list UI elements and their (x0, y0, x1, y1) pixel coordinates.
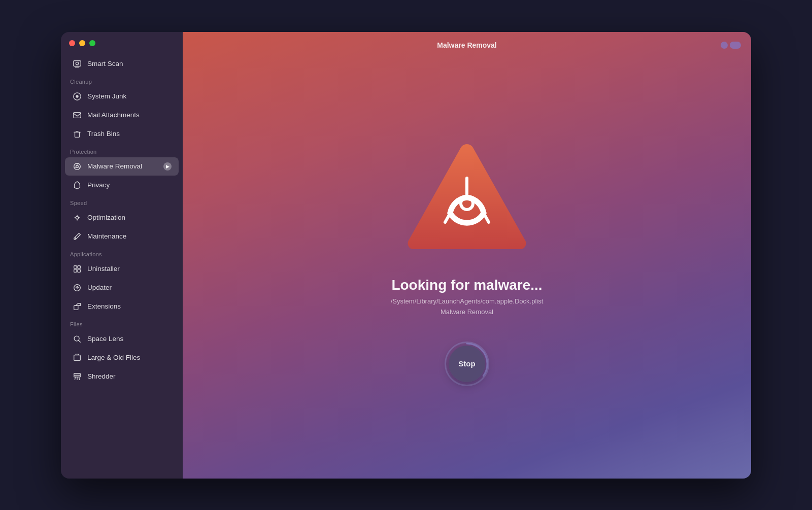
sidebar: Smart Scan CleanupSystem JunkMail Attach… (61, 32, 183, 479)
updater-label: Updater (87, 284, 112, 291)
sidebar-item-maintenance[interactable]: Maintenance (65, 227, 179, 246)
uninstaller-label: Uninstaller (87, 265, 120, 273)
sidebar-item-space-lens[interactable]: Space Lens (65, 330, 179, 348)
svg-rect-30 (74, 355, 81, 360)
system-junk-icon (72, 91, 82, 101)
scan-module-label: Malware Removal (441, 308, 493, 316)
svg-rect-26 (74, 305, 78, 310)
stop-button-container: Stop (444, 341, 490, 387)
svg-rect-35 (74, 373, 81, 375)
shredder-label: Shredder (87, 372, 116, 380)
svg-point-18 (76, 216, 78, 219)
sidebar-item-mail-attachments[interactable]: Mail Attachments (65, 106, 179, 124)
sidebar-item-uninstaller[interactable]: Uninstaller (65, 260, 179, 278)
sidebar-item-smart-scan[interactable]: Smart Scan (65, 55, 179, 73)
svg-point-4 (76, 95, 78, 97)
sidebar-section-cleanup: Cleanup (61, 74, 183, 87)
trash-bins-label: Trash Bins (87, 130, 120, 138)
minimize-button[interactable] (79, 40, 85, 46)
scan-content: Looking for malware... /System/Library/L… (183, 58, 751, 479)
app-window: Smart Scan CleanupSystem JunkMail Attach… (61, 32, 751, 479)
maintenance-icon (72, 231, 82, 242)
svg-line-29 (79, 340, 81, 342)
updater-icon (72, 283, 82, 293)
privacy-icon (72, 180, 82, 190)
maximize-button[interactable] (89, 40, 95, 46)
svg-line-34 (79, 377, 80, 379)
sidebar-item-system-junk[interactable]: System Junk (65, 87, 179, 106)
svg-rect-20 (74, 265, 77, 268)
scan-status-text: Looking for malware... (391, 277, 542, 293)
active-item-chevron: ▶ (163, 162, 172, 171)
smart-scan-icon (72, 59, 82, 69)
malware-removal-label: Malware Removal (87, 162, 142, 170)
smart-scan-label: Smart Scan (87, 60, 123, 67)
maintenance-label: Maintenance (87, 232, 126, 240)
mail-attachments-icon (72, 110, 82, 120)
sidebar-section-protection: Protection (61, 144, 183, 157)
titlebar (61, 40, 183, 54)
large-old-files-icon (72, 353, 82, 363)
svg-point-1 (76, 62, 78, 64)
optimization-icon (72, 213, 82, 223)
uninstaller-icon (72, 264, 82, 274)
system-junk-label: System Junk (87, 92, 126, 100)
svg-line-13 (75, 166, 76, 167)
sidebar-item-updater[interactable]: Updater (65, 279, 179, 297)
stop-button[interactable]: Stop (449, 346, 485, 382)
main-content: Malware Removal (183, 32, 751, 479)
sidebar-section-applications: Applications (61, 246, 183, 259)
space-lens-label: Space Lens (87, 335, 123, 343)
trash-bins-icon (72, 129, 82, 139)
sidebar-item-extensions[interactable]: Extensions (65, 297, 179, 316)
mail-attachments-label: Mail Attachments (87, 111, 140, 119)
svg-rect-21 (78, 265, 80, 268)
scan-file-path: /System/Library/LaunchAgents/com.apple.D… (391, 297, 544, 305)
sidebar-item-malware-removal[interactable]: Malware Removal▶ (65, 157, 179, 176)
svg-point-10 (76, 165, 79, 167)
main-title: Malware Removal (437, 41, 497, 49)
svg-line-12 (78, 166, 79, 167)
space-lens-icon (72, 334, 82, 344)
main-header: Malware Removal (183, 32, 751, 58)
sidebar-item-trash-bins[interactable]: Trash Bins (65, 125, 179, 143)
header-controls (721, 42, 741, 49)
extensions-icon (72, 301, 82, 312)
biohazard-icon (401, 135, 533, 257)
svg-rect-22 (74, 269, 77, 271)
sidebar-item-large-old-files[interactable]: Large & Old Files (65, 349, 179, 367)
large-old-files-label: Large & Old Files (87, 354, 140, 361)
svg-rect-0 (74, 60, 81, 66)
sidebar-item-privacy[interactable]: Privacy (65, 176, 179, 194)
header-dot-1[interactable] (721, 42, 728, 49)
sidebar-item-optimization[interactable]: Optimization (65, 209, 179, 227)
sidebar-item-shredder[interactable]: Shredder (65, 367, 179, 386)
svg-rect-5 (74, 112, 81, 118)
malware-removal-icon (72, 161, 82, 172)
shredder-icon (72, 371, 82, 382)
svg-rect-23 (78, 269, 80, 271)
sidebar-sections: CleanupSystem JunkMail AttachmentsTrash … (61, 74, 183, 386)
privacy-label: Privacy (87, 181, 110, 189)
sidebar-section-files: Files (61, 316, 183, 329)
svg-point-19 (74, 237, 76, 240)
biohazard-icon-container (401, 130, 533, 262)
sidebar-section-speed: Speed (61, 195, 183, 208)
svg-rect-6 (75, 132, 80, 137)
svg-line-32 (75, 377, 76, 379)
extensions-label: Extensions (87, 302, 121, 310)
header-dot-2[interactable] (730, 42, 741, 49)
close-button[interactable] (69, 40, 75, 46)
optimization-label: Optimization (87, 214, 125, 221)
